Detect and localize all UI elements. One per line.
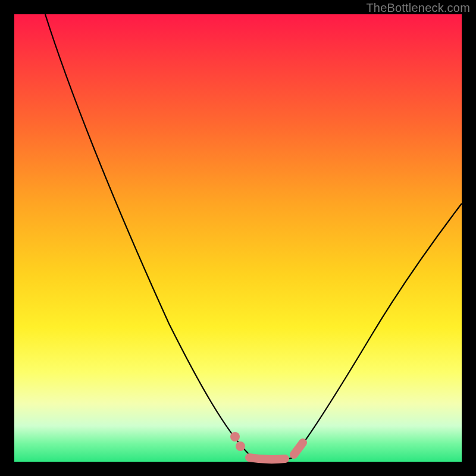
app-frame: TheBottleneck.com xyxy=(0,0,476,476)
marker-left-dot-lower xyxy=(236,441,245,451)
curve-right-arm xyxy=(292,203,462,458)
curve-left-arm xyxy=(45,14,256,458)
marker-right-segment xyxy=(294,443,303,455)
marker-floor-segment xyxy=(249,458,285,459)
watermark-text: TheBottleneck.com xyxy=(366,1,470,15)
chart-plot-area xyxy=(14,14,462,462)
bottleneck-curve xyxy=(14,14,462,462)
marker-left-dot-upper xyxy=(230,432,240,441)
